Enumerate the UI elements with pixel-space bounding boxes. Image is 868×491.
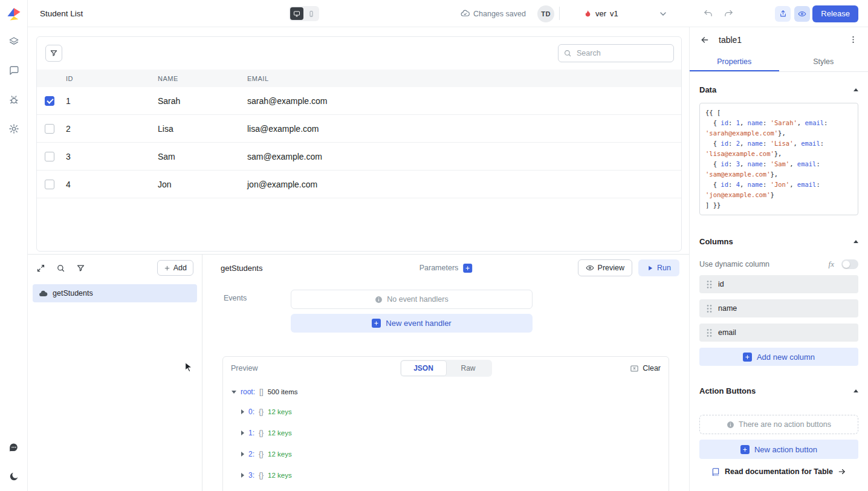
column-header-name[interactable]: NAME (158, 75, 247, 82)
release-button[interactable]: Release (812, 5, 858, 22)
json-tree-node[interactable]: 0: {} 12 keys (241, 406, 660, 418)
collapse-section-icon[interactable] (853, 88, 858, 91)
help-chat-icon[interactable] (0, 433, 28, 462)
app-canvas[interactable]: ID NAME EMAIL 1 Sarah sarah@example.com (28, 27, 689, 254)
query-preview-button[interactable]: Preview (578, 259, 632, 276)
row-checkbox[interactable] (45, 124, 54, 134)
table-row[interactable]: 2 Lisa lisa@example.com (37, 115, 681, 143)
table-row[interactable]: 4 Jon jon@example.com (37, 171, 681, 198)
tab-json[interactable]: JSON (401, 361, 446, 376)
column-item[interactable]: email (699, 324, 858, 342)
events-section: Events No event handlers New event handl… (202, 290, 689, 333)
widget-name[interactable]: table1 (719, 35, 742, 45)
node-summary: 12 keys (268, 472, 292, 479)
query-search-icon[interactable] (56, 264, 65, 273)
desktop-icon[interactable] (290, 7, 303, 20)
drag-handle-icon[interactable] (707, 304, 712, 313)
table-search-input[interactable] (558, 44, 674, 62)
sidebar-comments-icon[interactable] (0, 56, 28, 85)
row-checkbox[interactable] (45, 96, 54, 106)
expand-panel-icon[interactable] (36, 264, 45, 273)
node-brackets: {} (259, 471, 264, 480)
dynamic-column-toggle[interactable] (841, 259, 858, 269)
chevron-down-icon[interactable] (658, 0, 668, 27)
clear-preview-button[interactable]: Clear (630, 364, 661, 373)
app-logo[interactable] (0, 0, 28, 27)
sidebar-settings-icon[interactable] (0, 114, 28, 143)
inspector-body: Data {{ [ { id: 1, name: 'Sarah', email:… (690, 72, 868, 491)
tab-properties[interactable]: Properties (690, 52, 779, 71)
json-tree-root[interactable]: root: [] 500 items (232, 386, 660, 398)
query-list-item[interactable]: getStudents (33, 284, 197, 302)
app-preview-button[interactable] (794, 6, 810, 22)
table-widget[interactable]: ID NAME EMAIL 1 Sarah sarah@example.com (36, 36, 682, 252)
cell-name: Lisa (158, 124, 247, 134)
environment-selector[interactable]: ver v1 (584, 0, 618, 27)
cell-email: sam@example.com (247, 152, 681, 161)
preview-panel-title: Preview (231, 364, 257, 372)
new-action-button[interactable]: New action button (699, 440, 858, 459)
tab-styles[interactable]: Styles (779, 52, 868, 71)
columns-section-header[interactable]: Columns (699, 237, 858, 246)
query-filter-icon[interactable] (76, 264, 85, 273)
tab-raw[interactable]: Raw (446, 361, 491, 376)
cell-id: 4 (66, 180, 158, 189)
sidebar-pages-icon[interactable] (0, 27, 28, 56)
doc-link-text: Read documentation for Table (725, 467, 833, 476)
parameters-group: Parameters (419, 264, 473, 273)
table-row[interactable]: 3 Sam sam@example.com (37, 143, 681, 171)
json-tree-node[interactable]: 3: {} 12 keys (241, 469, 660, 481)
sidebar-debugger-icon[interactable] (0, 85, 28, 114)
undo-icon[interactable] (704, 0, 713, 27)
kebab-menu-icon[interactable] (849, 35, 858, 44)
share-button[interactable] (775, 6, 791, 22)
user-avatar[interactable]: TD (537, 5, 554, 22)
table-body: 1 Sarah sarah@example.com 2 Lisa lisa@ex… (37, 87, 681, 198)
column-header-email[interactable]: EMAIL (247, 75, 681, 82)
row-checkbox[interactable] (45, 152, 54, 161)
search-icon (563, 49, 572, 57)
add-parameter-button[interactable] (463, 264, 472, 273)
data-code-editor[interactable]: {{ [ { id: 1, name: 'Sarah', email: 'sar… (699, 103, 858, 215)
cell-name: Sam (158, 152, 247, 161)
cell-id: 1 (66, 96, 158, 106)
new-event-handler-button[interactable]: New event handler (291, 314, 533, 333)
collapse-triangle-icon[interactable] (232, 391, 236, 394)
drag-handle-icon[interactable] (707, 328, 712, 337)
cell-name: Jon (158, 180, 247, 189)
expand-triangle-icon[interactable] (241, 452, 244, 457)
column-item[interactable]: name (699, 299, 858, 317)
node-key: 2: (248, 450, 254, 458)
no-action-buttons-text: There are no action buttons (739, 420, 831, 429)
expand-triangle-icon[interactable] (241, 409, 244, 414)
data-section-header[interactable]: Data (699, 85, 858, 94)
share-icon (779, 10, 787, 18)
data-section-title: Data (699, 85, 716, 94)
column-item[interactable]: id (699, 275, 858, 293)
expand-triangle-icon[interactable] (241, 473, 244, 478)
mobile-icon[interactable] (305, 7, 318, 20)
collapse-section-icon[interactable] (853, 389, 858, 392)
query-run-button[interactable]: Run (638, 259, 679, 276)
expand-triangle-icon[interactable] (241, 431, 244, 435)
drag-handle-icon[interactable] (707, 280, 712, 289)
column-header-id[interactable]: ID (66, 75, 158, 82)
json-tree-node[interactable]: 1: {} 12 keys (241, 427, 660, 439)
table-row[interactable]: 1 Sarah sarah@example.com (37, 87, 681, 115)
table-filter-button[interactable] (45, 45, 62, 62)
collapse-section-icon[interactable] (853, 240, 858, 243)
plus-icon (164, 265, 170, 272)
query-editor: getStudents Parameters Preview (202, 255, 689, 491)
theme-toggle-moon-icon[interactable] (0, 462, 28, 491)
back-arrow-icon[interactable] (700, 35, 710, 45)
root-brackets: [] (259, 388, 264, 396)
fx-icon[interactable]: fx (829, 259, 834, 269)
read-documentation-link[interactable]: Read documentation for Table (699, 467, 858, 476)
redo-icon[interactable] (724, 0, 733, 27)
add-new-column-button[interactable]: Add new column (699, 348, 858, 366)
json-tree-node[interactable]: 2: {} 12 keys (241, 448, 660, 460)
row-checkbox[interactable] (45, 180, 54, 189)
root-key: root: (241, 388, 255, 396)
action-buttons-section-header[interactable]: Action Buttons (699, 386, 858, 395)
add-query-button[interactable]: Add (157, 260, 193, 276)
